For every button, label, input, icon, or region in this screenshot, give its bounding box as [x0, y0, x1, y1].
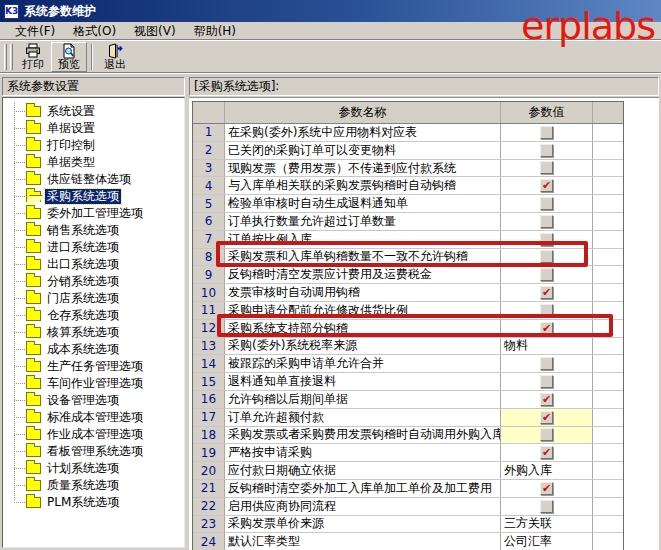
param-name-cell: 检验单审核时自动生成退料通知单 — [225, 195, 501, 212]
sidebar-tree-item[interactable]: 看板管理系统选项 — [3, 443, 184, 460]
row-number-cell: 4 — [193, 177, 225, 194]
checkbox[interactable] — [540, 144, 553, 157]
param-value-cell[interactable] — [501, 355, 593, 372]
checkbox[interactable] — [540, 482, 553, 495]
param-value-cell[interactable] — [501, 195, 593, 212]
sidebar-tree-item[interactable]: 计划系统选项 — [3, 460, 184, 477]
sidebar-tree-item[interactable]: 质量系统选项 — [3, 477, 184, 494]
checkbox[interactable] — [540, 357, 553, 370]
folder-icon — [26, 429, 41, 440]
row-extra-cell — [593, 284, 623, 301]
param-value-cell[interactable]: 物料 — [501, 338, 593, 355]
checkbox[interactable] — [540, 161, 553, 174]
checkbox[interactable] — [540, 304, 553, 317]
checkbox[interactable] — [540, 446, 553, 459]
toolbar-gripper[interactable] — [10, 44, 13, 70]
toolbar-gripper[interactable] — [4, 44, 7, 70]
tree-item-label: 单据类型 — [45, 155, 97, 170]
checkbox[interactable] — [540, 428, 553, 441]
param-value-cell[interactable] — [501, 249, 593, 266]
param-value-cell[interactable] — [501, 498, 593, 515]
preview-button[interactable]: 预览 — [51, 42, 87, 72]
sidebar-tree-panel: 系统设置 单据设置 打印控制 单据类型 供应链整体选项 采购系统选项 委外加工管… — [2, 97, 185, 548]
param-value-cell[interactable] — [501, 231, 593, 248]
checkbox[interactable] — [540, 393, 553, 406]
param-name-cell: 允许钩稽以后期间单据 — [225, 391, 501, 408]
row-extra-cell — [593, 338, 623, 355]
print-button[interactable]: 打印 — [15, 42, 51, 72]
tree-connector — [14, 451, 25, 452]
checkbox[interactable] — [540, 215, 553, 228]
sidebar-tree-item[interactable]: 单据类型 — [3, 154, 184, 171]
param-name-cell: 订单允许超额付款 — [225, 409, 501, 426]
param-value-cell[interactable] — [501, 427, 593, 444]
tree-item-label: 标准成本管理选项 — [45, 410, 145, 425]
checkbox[interactable] — [540, 322, 553, 335]
param-value-cell[interactable] — [501, 302, 593, 319]
checkbox[interactable] — [540, 233, 553, 246]
param-value-cell[interactable] — [501, 391, 593, 408]
param-value-cell[interactable] — [501, 213, 593, 230]
param-value-cell[interactable] — [501, 142, 593, 159]
param-value-cell[interactable] — [501, 177, 593, 194]
checkbox[interactable] — [540, 250, 553, 263]
sidebar-tree-item[interactable]: 成本系统选项 — [3, 341, 184, 358]
sidebar-tree-item[interactable]: 生产任务管理选项 — [3, 358, 184, 375]
param-value-cell[interactable] — [501, 409, 593, 426]
sidebar-tree-item[interactable]: 设备管理选项 — [3, 392, 184, 409]
tree-connector — [14, 502, 25, 503]
checkbox[interactable] — [540, 179, 553, 192]
param-value-cell[interactable] — [501, 160, 593, 177]
sidebar-tree-item[interactable]: 门店系统选项 — [3, 290, 184, 307]
table-row: 23 采购发票单价来源 三方关联 — [193, 516, 623, 534]
checkbox[interactable] — [540, 197, 553, 210]
exit-button-label: 退出 — [104, 59, 126, 71]
row-extra-cell — [593, 409, 623, 426]
sidebar-tree-item[interactable]: 仓存系统选项 — [3, 307, 184, 324]
printer-icon — [25, 43, 41, 59]
param-value-cell[interactable]: 公司汇率 — [501, 533, 593, 550]
sidebar-tree-item[interactable]: 作业成本管理选项 — [3, 426, 184, 443]
sidebar-tree-item[interactable]: 进口系统选项 — [3, 239, 184, 256]
folder-icon — [26, 225, 41, 236]
param-value-cell[interactable] — [501, 480, 593, 497]
sidebar-tree-item[interactable]: 标准成本管理选项 — [3, 409, 184, 426]
sidebar-tree-item[interactable]: 单据设置 — [3, 120, 184, 137]
sidebar-tree-item[interactable]: 采购系统选项 — [3, 188, 184, 205]
sidebar-tree-item[interactable]: 供应链整体选项 — [3, 171, 184, 188]
checkbox[interactable] — [540, 500, 553, 513]
menu-file[interactable]: 文件(F) — [6, 23, 64, 39]
sidebar-tree-item[interactable]: 核算系统选项 — [3, 324, 184, 341]
sidebar-tree-item[interactable]: 车间作业管理选项 — [3, 375, 184, 392]
sidebar-tree-item[interactable]: 分销系统选项 — [3, 273, 184, 290]
exit-button[interactable]: 退出 — [97, 42, 133, 72]
sidebar-tree-item[interactable]: 出口系统选项 — [3, 256, 184, 273]
sidebar-tree-item[interactable]: 系统设置 — [3, 103, 184, 120]
checkbox[interactable] — [540, 268, 553, 281]
menu-help[interactable]: 帮助(H) — [185, 23, 245, 39]
param-value-cell[interactable] — [501, 444, 593, 461]
sidebar-tree: 系统设置 单据设置 打印控制 单据类型 供应链整体选项 采购系统选项 委外加工管… — [3, 98, 184, 511]
param-table-body: 1 在采购(委外)系统中应用物料对应表 2 已关闭的采购订单可以变更物料 3 现… — [193, 124, 623, 550]
param-value-cell[interactable] — [501, 266, 593, 283]
tree-item-label: 质量系统选项 — [45, 478, 121, 493]
param-value-cell[interactable]: 外购入库 — [501, 462, 593, 479]
checkbox[interactable] — [540, 375, 553, 388]
param-value-cell[interactable] — [501, 320, 593, 337]
sidebar-tree-item[interactable]: PLM系统选项 — [3, 494, 184, 511]
param-value-cell[interactable] — [501, 284, 593, 301]
checkbox[interactable] — [540, 411, 553, 424]
checkbox[interactable] — [540, 286, 553, 299]
menu-view[interactable]: 视图(V) — [125, 23, 185, 39]
param-value-cell[interactable]: 三方关联 — [501, 516, 593, 533]
col-header-name[interactable]: 参数名称 — [225, 102, 501, 123]
param-value-cell[interactable] — [501, 124, 593, 141]
sidebar-tree-item[interactable]: 打印控制 — [3, 137, 184, 154]
sidebar-tree-item[interactable]: 销售系统选项 — [3, 222, 184, 239]
param-value-cell[interactable] — [501, 373, 593, 390]
row-extra-cell — [593, 462, 623, 479]
col-header-value[interactable]: 参数值 — [501, 102, 593, 123]
checkbox[interactable] — [540, 126, 553, 139]
menu-format[interactable]: 格式(O) — [64, 23, 125, 39]
sidebar-tree-item[interactable]: 委外加工管理选项 — [3, 205, 184, 222]
